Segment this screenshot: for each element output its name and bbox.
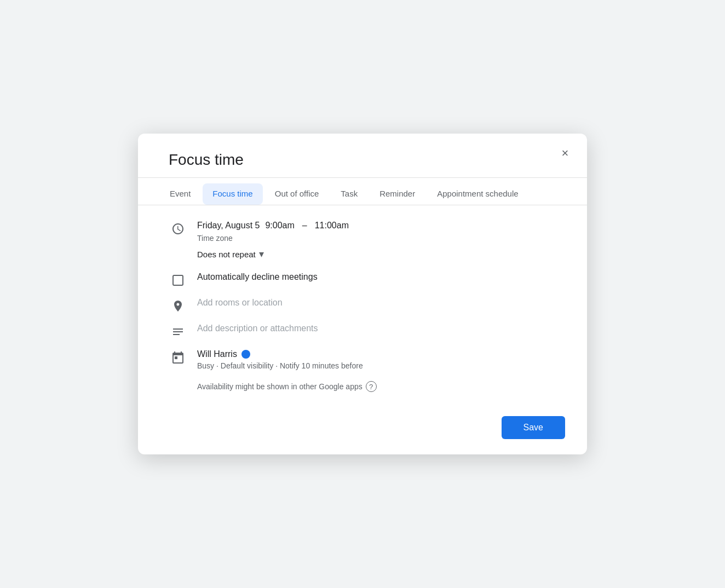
repeat-label: Does not repeat xyxy=(197,250,256,259)
tab-event[interactable]: Event xyxy=(160,183,200,205)
svg-rect-0 xyxy=(173,275,183,285)
repeat-button[interactable]: Does not repeat ▾ xyxy=(197,247,264,261)
description-detail: Add description or attachments xyxy=(197,324,556,333)
tab-task[interactable]: Task xyxy=(331,183,367,205)
tab-appointment-schedule[interactable]: Appointment schedule xyxy=(427,183,528,205)
content-area: Friday, August 5 9:00am – 11:00am Time z… xyxy=(138,205,587,410)
calendar-icon xyxy=(169,349,187,364)
location-row: Add rooms or location xyxy=(169,298,556,313)
repeat-row: Does not repeat ▾ xyxy=(197,247,556,261)
calendar-user-row: Will Harris Busy · Default visibility · … xyxy=(169,349,556,370)
create-event-dialog: × Focus time Event Focus time Out of off… xyxy=(138,134,587,454)
dialog-title: Focus time xyxy=(138,134,587,177)
datetime-details: Friday, August 5 9:00am – 11:00am Time z… xyxy=(197,221,556,261)
decline-meetings-detail: Automatically decline meetings xyxy=(197,272,556,282)
help-icon[interactable]: ? xyxy=(366,381,377,392)
location-icon xyxy=(169,298,187,313)
description-placeholder[interactable]: Add description or attachments xyxy=(197,324,556,333)
time-separator: – xyxy=(302,221,307,230)
user-name: Will Harris xyxy=(197,349,237,359)
end-time[interactable]: 11:00am xyxy=(315,221,349,230)
user-status: Busy · Default visibility · Notify 10 mi… xyxy=(197,361,556,370)
repeat-dropdown-arrow: ▾ xyxy=(259,248,264,260)
datetime-row: Friday, August 5 9:00am – 11:00am Time z… xyxy=(169,221,556,261)
dialog-footer: Save xyxy=(138,410,587,454)
tab-focus-time[interactable]: Focus time xyxy=(203,183,262,205)
tab-bar: Event Focus time Out of office Task Remi… xyxy=(138,178,587,205)
start-time[interactable]: 9:00am xyxy=(265,221,294,230)
availability-note: Availability might be shown in other Goo… xyxy=(169,381,556,392)
location-placeholder[interactable]: Add rooms or location xyxy=(197,298,556,308)
tab-reminder[interactable]: Reminder xyxy=(370,183,425,205)
decline-meetings-row: Automatically decline meetings xyxy=(169,272,556,287)
description-icon xyxy=(169,324,187,338)
user-color-dot xyxy=(241,350,250,359)
clock-icon xyxy=(169,221,187,235)
event-date[interactable]: Friday, August 5 xyxy=(197,221,260,230)
tab-out-of-office[interactable]: Out of office xyxy=(265,183,329,205)
timezone-link[interactable]: Time zone xyxy=(197,234,556,243)
calendar-user-detail: Will Harris Busy · Default visibility · … xyxy=(197,349,556,370)
user-name-row: Will Harris xyxy=(197,349,556,359)
decline-meetings-label[interactable]: Automatically decline meetings xyxy=(197,272,556,282)
save-button[interactable]: Save xyxy=(502,416,565,439)
date-time-display: Friday, August 5 9:00am – 11:00am xyxy=(197,221,556,230)
description-row: Add description or attachments xyxy=(169,324,556,338)
location-detail: Add rooms or location xyxy=(197,298,556,308)
close-button[interactable]: × xyxy=(555,143,575,163)
checkbox-icon-col xyxy=(169,272,187,287)
